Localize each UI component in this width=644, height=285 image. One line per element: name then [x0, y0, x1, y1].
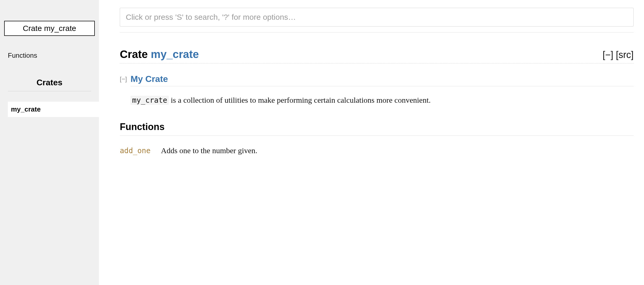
functions-heading: Functions	[120, 121, 634, 136]
sidebar: Crate my_crate Functions Crates my_crate	[0, 0, 99, 285]
search-input[interactable]	[120, 8, 634, 27]
src-link[interactable]: [src]	[616, 49, 634, 60]
doc-content: My Crate my_crate is a collection of uti…	[130, 74, 634, 106]
doc-code: my_crate	[130, 96, 169, 105]
search-divider	[120, 32, 634, 33]
page-heading-row: Crate my_crate [−] [src]	[120, 48, 634, 63]
doc-description: my_crate is a collection of utilities to…	[130, 94, 634, 106]
sidebar-crates-heading: Crates	[8, 78, 91, 91]
function-name-link[interactable]: add_one	[120, 146, 151, 155]
sidebar-crate-item[interactable]: my_crate	[8, 102, 99, 117]
function-row: add_one Adds one to the number given.	[120, 146, 634, 155]
sidebar-link-functions[interactable]: Functions	[8, 51, 91, 60]
collapse-toggle[interactable]: [−]	[603, 49, 613, 60]
page-heading-kind: Crate	[120, 48, 151, 60]
doc-collapse-toggle[interactable]: [−]	[120, 74, 127, 83]
page-heading: Crate my_crate	[120, 48, 199, 61]
main-content: Crate my_crate [−] [src] [−] My Crate my…	[99, 0, 644, 285]
sidebar-section-functions: Functions	[0, 51, 99, 60]
crate-title-name: my_crate	[44, 24, 76, 33]
crate-title-prefix: Crate	[23, 24, 44, 33]
heading-controls: [−] [src]	[603, 49, 634, 60]
doc-block: [−] My Crate my_crate is a collection of…	[120, 74, 634, 106]
function-description: Adds one to the number given.	[161, 146, 257, 155]
page-heading-name[interactable]: my_crate	[151, 48, 199, 60]
crate-title-box: Crate my_crate	[4, 21, 95, 36]
doc-title[interactable]: My Crate	[130, 74, 634, 86]
doc-desc-text: is a collection of utilities to make per…	[169, 96, 431, 104]
